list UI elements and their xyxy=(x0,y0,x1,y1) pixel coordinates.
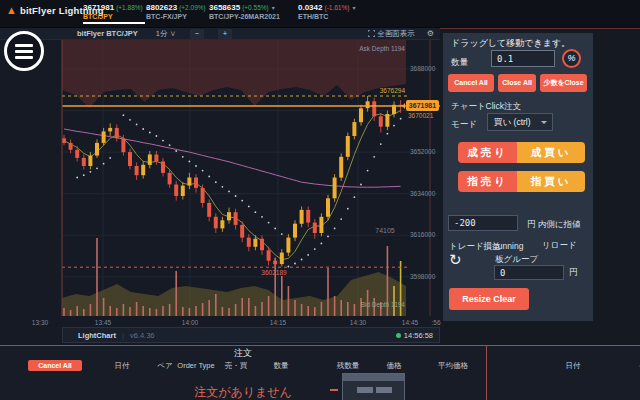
ticker-btc-fx-jpy[interactable]: 3802623 (+2.09%) BTC-FX/JPY xyxy=(146,3,206,20)
chevron-down-icon[interactable]: ▾ xyxy=(272,4,275,11)
sar-dot xyxy=(354,196,356,198)
offset-input[interactable] xyxy=(448,215,518,231)
orders-header-row: Cancel All 日付 ペア Order Type 売・買 数量 残数量 価… xyxy=(0,359,486,373)
candle-body xyxy=(102,131,106,143)
sar-dot xyxy=(347,208,349,210)
candle-body xyxy=(69,143,73,150)
orders-cancel-all-button[interactable]: Cancel All xyxy=(28,360,82,371)
candle-body xyxy=(240,225,244,238)
candle-body xyxy=(135,166,139,175)
reload-label[interactable]: リロード xyxy=(542,240,577,252)
ticker-eth-btc[interactable]: 0.0342 (-1.61%) ▾ ETH/BTC xyxy=(298,3,355,20)
market-buy-button[interactable]: 成買い xyxy=(517,142,585,163)
interval-dropdown[interactable]: 1分 ∨ xyxy=(156,29,176,39)
candle-body xyxy=(227,212,231,220)
positions-header-row: 日付 ペア xyxy=(487,359,640,373)
volume-bar xyxy=(116,308,118,316)
volume-bar xyxy=(175,271,177,316)
connection-status-icon xyxy=(396,333,401,338)
trade-tool-card[interactable]: ドラッグして移動できます。 数量 % Cancel All Close All … xyxy=(443,33,593,321)
zoom-out-button[interactable]: − xyxy=(190,29,204,39)
volume-bar xyxy=(301,304,303,316)
volume-bar xyxy=(149,308,151,316)
sar-dot xyxy=(241,200,243,202)
zoom-in-button[interactable]: + xyxy=(218,29,232,39)
volume-bar xyxy=(195,306,197,316)
fullscreen-button[interactable]: 全画面表示 xyxy=(368,29,415,39)
candle-body xyxy=(88,156,92,166)
cancel-all-button[interactable]: Cancel All xyxy=(448,74,494,92)
ticker-change: (-1.61%) xyxy=(324,4,349,11)
fullscreen-icon xyxy=(368,30,375,37)
close-all-button[interactable]: Close All xyxy=(498,74,536,92)
ticker-btc-jpy-future[interactable]: 3658635 (+0.55%) ▾ BTC/JPY-26MAR2021 xyxy=(209,3,280,20)
candle-body xyxy=(313,223,317,233)
volume-bar xyxy=(268,296,270,316)
mode-label: モード xyxy=(451,119,477,131)
top-bar: ▲ bitFlyer Lightning 3671981 (+1.88%) ▾ … xyxy=(0,0,640,28)
sar-dot xyxy=(301,259,303,261)
sar-dot xyxy=(340,218,342,220)
volume-bar xyxy=(182,307,184,316)
limit-sell-button[interactable]: 指売り xyxy=(458,171,517,192)
candle-body xyxy=(352,122,356,136)
candle-body xyxy=(346,136,350,157)
candle-body xyxy=(168,173,172,185)
sar-dot xyxy=(380,143,382,145)
volume-bar xyxy=(202,303,204,316)
candle-body xyxy=(293,224,297,238)
chevron-down-icon[interactable]: ▾ xyxy=(352,4,355,11)
sar-dot xyxy=(195,165,197,167)
resize-clear-button[interactable]: Resize Clear xyxy=(449,288,529,310)
ticker-change: (+2.09%) xyxy=(179,4,206,11)
volume-bar xyxy=(136,302,138,316)
quantity-input[interactable] xyxy=(491,50,555,67)
market-sell-button[interactable]: 成売り xyxy=(458,142,517,163)
volume-bar xyxy=(281,276,283,316)
candle-body xyxy=(234,212,238,225)
volume-bar xyxy=(123,304,125,316)
candle-body xyxy=(128,152,132,166)
limit-buy-button[interactable]: 指買い xyxy=(517,171,585,192)
sar-dot xyxy=(142,128,144,130)
volume-bar xyxy=(63,308,65,316)
percent-icon[interactable]: % xyxy=(562,49,581,68)
candle-body xyxy=(260,239,264,251)
group-input[interactable] xyxy=(494,265,564,280)
sar-dot xyxy=(393,125,395,127)
reload-icon[interactable]: ↻ xyxy=(449,251,462,269)
ticker-price: 3658635 xyxy=(209,3,240,12)
candle-body xyxy=(82,158,86,166)
minor-close-button[interactable]: 少数をClose xyxy=(540,74,587,92)
candle-body xyxy=(154,155,158,162)
ticker-btc-jpy[interactable]: 3671981 (+1.88%) ▾ BTC/JPY xyxy=(83,3,149,24)
chart-toolbar: bitFlyer BTC/JPY 1分 ∨ − + 全画面表示 ⚙ xyxy=(0,28,440,40)
sar-dot xyxy=(136,124,138,126)
hamburger-menu-button[interactable] xyxy=(4,31,44,71)
volume-bar xyxy=(314,307,316,316)
mode-select[interactable]: 買い (ctrl) xyxy=(487,113,553,131)
candle-body xyxy=(115,128,119,138)
candle-body xyxy=(280,253,284,265)
candle-body xyxy=(220,220,224,228)
sar-dot xyxy=(274,228,276,230)
group-unit-label: 円 xyxy=(569,267,578,279)
volume-bar xyxy=(96,238,98,316)
candle-body xyxy=(379,116,383,126)
candle-body xyxy=(366,101,370,108)
candle-body xyxy=(121,138,125,152)
candlestick-chart[interactable] xyxy=(0,28,440,324)
orders-panel: 注文 Cancel All 日付 ペア Order Type 売・買 数量 残数… xyxy=(0,346,487,400)
sar-dot xyxy=(314,248,316,250)
volume-bar xyxy=(307,306,309,316)
candle-body xyxy=(247,238,251,247)
volume-bar xyxy=(235,304,237,316)
candle-body xyxy=(339,157,343,178)
chevron-down-icon: ∨ xyxy=(170,29,176,38)
clock-label: 14:56:58 xyxy=(404,331,433,340)
empty-table-illustration xyxy=(330,373,405,400)
candle-body xyxy=(267,250,271,260)
chart-window: bitFlyer BTC/JPY 1分 ∨ − + 全画面表示 ⚙ 368800… xyxy=(0,28,440,345)
candle-body xyxy=(214,217,218,229)
gear-icon[interactable]: ⚙ xyxy=(427,29,434,38)
